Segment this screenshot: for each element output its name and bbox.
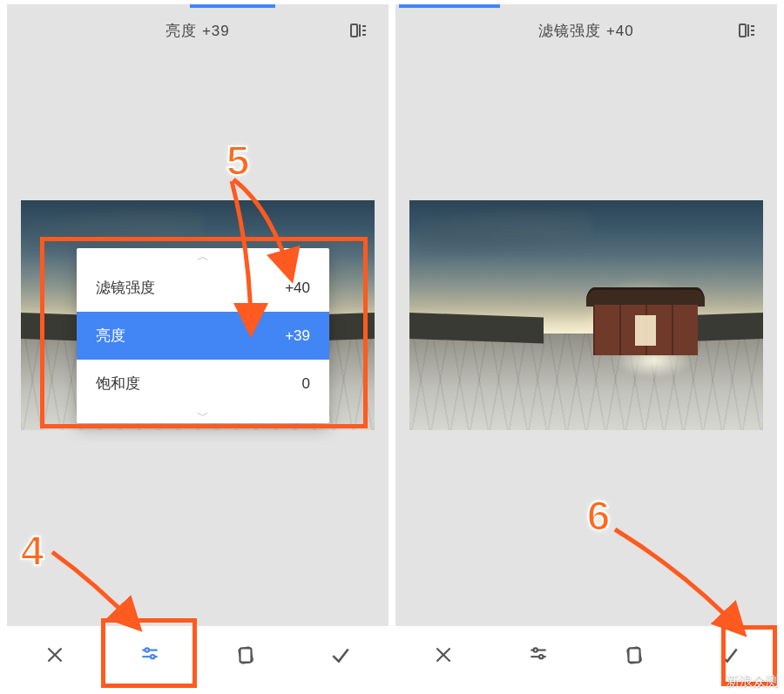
adjust-button[interactable] — [103, 626, 199, 684]
svg-point-24 — [539, 655, 543, 658]
editor-bottom-toolbar — [7, 626, 389, 684]
menu-row-label: 滤镜强度 — [96, 278, 155, 298]
menu-row-value: +39 — [285, 327, 310, 345]
menu-row-label: 亮度 — [96, 326, 125, 346]
svg-point-8 — [145, 648, 149, 651]
phone-screen-left: 亮度 +39 ︿ 滤镜强度 +40 — [7, 4, 389, 684]
svg-rect-14 — [740, 24, 746, 37]
svg-rect-0 — [351, 24, 357, 37]
chevron-down-icon: ﹀ — [77, 408, 329, 423]
watermark: 新浪众测 — [702, 671, 779, 691]
watermark-cube-icon — [702, 671, 721, 691]
editor-top-bar: 滤镜强度 +40 — [395, 4, 777, 57]
compare-icon[interactable] — [348, 20, 369, 41]
compare-icon[interactable] — [737, 20, 758, 41]
cancel-button[interactable] — [395, 626, 491, 684]
styles-button[interactable] — [586, 626, 682, 684]
styles-button[interactable] — [198, 626, 294, 684]
cancel-button[interactable] — [7, 626, 103, 684]
menu-row-filter-strength[interactable]: 滤镜强度 +40 — [77, 264, 329, 312]
phone-screen-right: 滤镜强度 +40 — [395, 4, 777, 684]
adjust-title: 亮度 +39 — [166, 21, 230, 41]
chevron-up-icon: ︿ — [77, 248, 329, 264]
menu-row-value: 0 — [302, 375, 310, 393]
svg-point-22 — [534, 648, 537, 651]
svg-point-10 — [151, 655, 154, 658]
menu-row-brightness[interactable]: 亮度 +39 — [77, 312, 329, 360]
svg-rect-13 — [240, 648, 251, 662]
menu-row-label: 饱和度 — [96, 374, 140, 394]
preview-image[interactable] — [409, 200, 763, 430]
watermark-text: 新浪众测 — [727, 673, 779, 690]
apply-button[interactable] — [294, 626, 389, 684]
menu-row-value: +40 — [285, 280, 310, 297]
adjust-parameter-menu[interactable]: ︿ 滤镜强度 +40 亮度 +39 饱和度 0 ﹀ — [77, 248, 329, 423]
menu-row-saturation[interactable]: 饱和度 0 — [77, 360, 329, 408]
svg-rect-26 — [628, 648, 639, 662]
editor-top-bar: 亮度 +39 — [7, 4, 389, 57]
adjust-title: 滤镜强度 +40 — [538, 21, 634, 41]
adjust-button[interactable] — [491, 626, 587, 684]
